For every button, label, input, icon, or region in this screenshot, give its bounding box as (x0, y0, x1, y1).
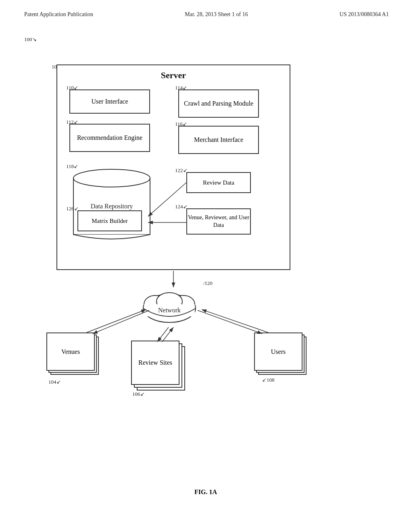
ref-124-label: 124↙ (175, 204, 188, 210)
merchant-interface-label: Merchant Interface (194, 136, 243, 144)
svg-line-18 (157, 327, 169, 342)
recommendation-engine-label: Recommendation Engine (77, 134, 142, 142)
review-data-label: Review Data (203, 179, 234, 186)
venue-reviewer-data-box: Venue, Reviewer, and User Data (186, 208, 251, 235)
figure-caption: FIG. 1A (24, 488, 387, 496)
matrix-builder-box: Matrix Builder (77, 210, 142, 231)
users-label: Users (271, 348, 286, 355)
svg-point-1 (73, 169, 150, 187)
header-center: Mar. 28, 2013 Sheet 1 of 16 (185, 11, 248, 18)
ref-126-label: 126↙ (66, 206, 79, 212)
recommendation-engine-box: Recommendation Engine (69, 124, 150, 152)
page-header: Patent Application Publication Mar. 28, … (0, 0, 413, 18)
venues-label: Venues (61, 348, 80, 355)
header-right: US 2013/0080364 A1 (340, 11, 389, 18)
svg-line-21 (202, 310, 268, 332)
svg-text:Network: Network (158, 307, 181, 314)
header-left: Patent Application Publication (24, 11, 93, 18)
diagram-area: 100↘ 102↙ Server 110↙ User Interface 114… (24, 28, 387, 504)
network-cloud: Network (137, 286, 202, 326)
ref-104-label: 104↙ (48, 379, 61, 385)
ref-106-label: 106↙ (132, 391, 145, 397)
venue-reviewer-data-label: Venue, Reviewer, and User Data (187, 214, 250, 229)
svg-line-19 (162, 327, 173, 342)
server-title: Server (57, 65, 290, 81)
matrix-builder-label: Matrix Builder (92, 218, 128, 224)
ref-120-label: ∕120 (204, 280, 213, 287)
data-repository-cylinder: Data Repository (69, 168, 154, 245)
ref-100: 100↘ (24, 36, 37, 43)
ref-108-label: ↙108 (262, 377, 275, 383)
crawl-parsing-box: Crawl and Parsing Module (178, 89, 259, 118)
user-interface-label: User Interface (91, 98, 128, 106)
svg-text:Data Repository: Data Repository (91, 203, 133, 210)
venues-entity: Venues (46, 332, 99, 377)
ref-122-label: 122↙ (175, 167, 188, 174)
user-interface-box: User Interface (69, 89, 150, 114)
merchant-interface-box: Merchant Interface (178, 126, 259, 154)
svg-line-20 (198, 310, 262, 334)
crawl-parsing-label: Crawl and Parsing Module (184, 100, 253, 108)
review-data-box: Review Data (186, 172, 251, 193)
review-sites-label: Review Sites (138, 359, 172, 367)
server-box: Server 110↙ User Interface 114↙ Crawl an… (56, 64, 290, 270)
